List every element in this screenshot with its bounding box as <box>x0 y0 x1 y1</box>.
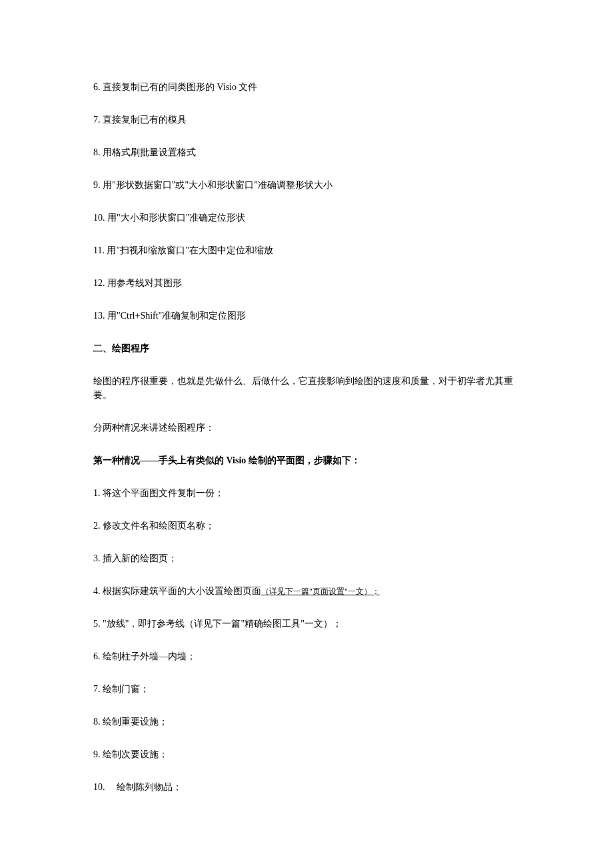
list-item: 9. 用"形状数据窗口"或"大小和形状窗口"准确调整形状大小 <box>93 178 520 192</box>
step-item: 10. 绘制陈列物品； <box>93 780 520 794</box>
list-item: 10. 用"大小和形状窗口"准确定位形状 <box>93 211 520 225</box>
reference-link[interactable]: （详见下一篇"页面设置"一文）； <box>261 587 380 596</box>
step-item: 5. "放线"，即打参考线（详见下一篇"精确绘图工具"一文）； <box>93 617 520 631</box>
body-text: 绘图的程序很重要，也就是先做什么、后做什么，它直接影响到绘图的速度和质量，对于初… <box>93 374 520 402</box>
step-item: 2. 修改文件名和绘图页名称； <box>93 519 520 533</box>
subsection-heading: 第一种情况——手头上有类似的 Visio 绘制的平面图，步骤如下： <box>93 453 520 467</box>
list-item: 6. 直接复制已有的同类图形的 Visio 文件 <box>93 80 520 94</box>
list-item: 11. 用"扫视和缩放窗口"在大图中定位和缩放 <box>93 243 520 257</box>
step-item: 1. 将这个平面图文件复制一份； <box>93 486 520 500</box>
step-item: 9. 绘制次要设施； <box>93 747 520 761</box>
step-item: 7. 绘制门窗； <box>93 682 520 696</box>
step-item: 8. 绘制重要设施； <box>93 715 520 729</box>
body-text: 分两种情况来讲述绘图程序： <box>93 421 520 435</box>
step-item: 4. 根据实际建筑平面的大小设置绘图页面（详见下一篇"页面设置"一文）； <box>93 584 520 598</box>
step-text: 4. 根据实际建筑平面的大小设置绘图页面 <box>93 586 261 596</box>
list-item: 12. 用参考线对其图形 <box>93 276 520 290</box>
list-item: 8. 用格式刷批量设置格式 <box>93 145 520 159</box>
step-item: 3. 插入新的绘图页； <box>93 551 520 565</box>
list-item: 13. 用"Ctrl+Shift"准确复制和定位图形 <box>93 309 520 323</box>
section-heading: 二、绘图程序 <box>93 341 520 355</box>
step-item: 6. 绘制柱子外墙—内墙； <box>93 649 520 663</box>
list-item: 7. 直接复制已有的模具 <box>93 113 520 127</box>
